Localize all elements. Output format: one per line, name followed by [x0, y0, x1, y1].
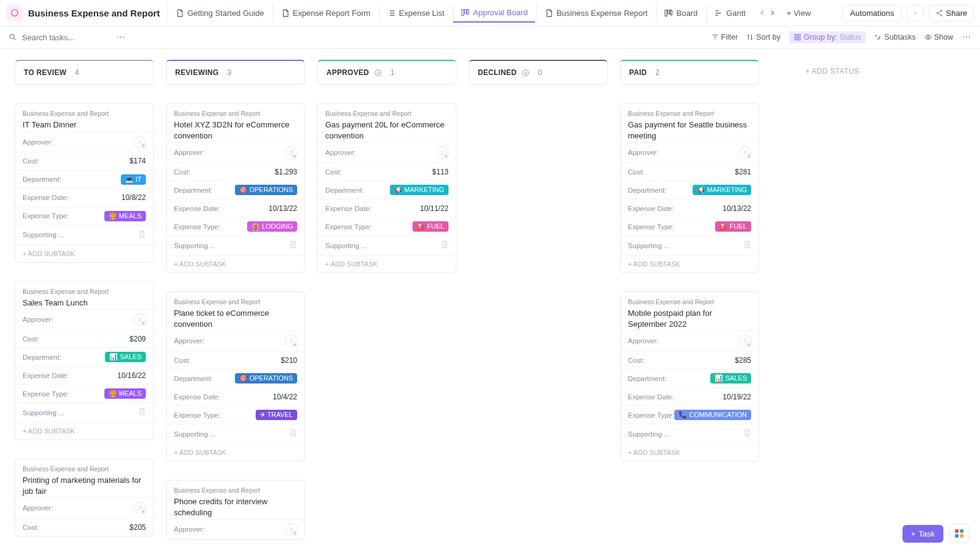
card-title: Plane ticket to eCommerce convention	[174, 308, 297, 329]
task-card[interactable]: Business Expense and ReportGas payment 2…	[317, 103, 456, 273]
tab-gantt[interactable]: Gantt	[706, 4, 753, 22]
tab-expense-report-form[interactable]: Expense Report Form	[273, 4, 378, 22]
approver-avatar[interactable]	[285, 146, 297, 159]
share-button[interactable]: Share	[929, 5, 974, 21]
svg-point-23	[139, 318, 141, 319]
add-subtask-button[interactable]: + ADD SUBTASK	[621, 443, 758, 461]
approver-avatar[interactable]	[739, 335, 751, 347]
card-breadcrumb: Business Expense and Report	[628, 298, 751, 305]
card-breadcrumb: Business Expense and Report	[23, 465, 146, 473]
subtasks-button[interactable]: Subtasks	[874, 33, 915, 41]
approver-avatar[interactable]	[285, 335, 297, 347]
column-reviewing: REVIEWING3Business Expense and ReportHot…	[166, 60, 305, 540]
attachment-icon[interactable]	[289, 428, 297, 440]
svg-rect-6	[671, 10, 672, 15]
svg-rect-3	[467, 10, 469, 15]
svg-point-25	[290, 151, 292, 152]
approver-avatar[interactable]	[436, 146, 449, 159]
tab-getting-started-guide[interactable]: Getting Started Guide	[167, 4, 272, 22]
card-title: Gas payment 20L for eCommerce convention	[325, 120, 449, 141]
more-icon[interactable]	[116, 32, 126, 42]
card-breadcrumb: Business Expense and Report	[174, 298, 297, 305]
attachment-icon[interactable]	[440, 240, 449, 251]
new-task-button[interactable]: +Task	[903, 525, 943, 543]
column-paid: PAID2Business Expense and ReportGas paym…	[620, 60, 759, 462]
column-header[interactable]: APPROVED1	[317, 60, 456, 85]
task-card[interactable]: Business Expense and ReportMobile postpa…	[620, 291, 759, 462]
svg-point-21	[969, 37, 970, 38]
task-card[interactable]: Business Expense and ReportSales Team Lu…	[15, 281, 154, 441]
task-card[interactable]: Business Expense and ReportPrinting of m…	[15, 458, 154, 537]
toolbar-more-icon[interactable]	[962, 32, 971, 42]
svg-point-13	[123, 37, 124, 38]
add-view-button[interactable]: +View	[782, 5, 816, 21]
attachment-icon[interactable]	[743, 428, 751, 440]
add-subtask-button[interactable]: + ADD SUBTASK	[621, 255, 758, 273]
svg-point-10	[10, 34, 14, 38]
add-subtask-button[interactable]: + ADD SUBTASK	[167, 255, 304, 273]
approver-avatar[interactable]	[285, 523, 297, 535]
svg-point-19	[963, 37, 964, 38]
column-header[interactable]: PAID2	[620, 60, 759, 85]
task-card[interactable]: Business Expense and ReportIT Team Dinne…	[15, 103, 154, 263]
fab-container: +Task	[903, 524, 969, 543]
top-header: Business Expense and Report Getting Star…	[0, 0, 980, 26]
add-status-button[interactable]: + ADD STATUS	[771, 60, 893, 83]
svg-point-28	[375, 70, 381, 76]
card-title: Printing of marketing materials for job …	[23, 475, 146, 496]
card-breadcrumb: Business Expense and Report	[174, 487, 297, 494]
group-by-button[interactable]: Group by: Status	[789, 31, 866, 43]
task-card[interactable]: Business Expense and ReportPlane ticket …	[166, 291, 305, 462]
svg-point-22	[139, 140, 141, 141]
search-box[interactable]	[9, 33, 107, 42]
attachment-icon[interactable]	[137, 229, 146, 241]
approver-avatar[interactable]	[134, 313, 146, 326]
task-card[interactable]: Business Expense and ReportHotel XYZ 3D2…	[166, 103, 305, 273]
automations-dropdown[interactable]	[907, 5, 924, 21]
apps-button[interactable]	[949, 524, 969, 543]
svg-point-8	[937, 12, 938, 13]
svg-point-24	[139, 506, 141, 508]
search-input[interactable]	[22, 33, 107, 42]
svg-rect-14	[794, 35, 797, 37]
card-title: Hotel XYZ 3D2N for eCommerce convention	[174, 120, 297, 141]
approver-avatar[interactable]	[134, 136, 146, 148]
task-card[interactable]: Business Expense and ReportGas payment f…	[620, 103, 759, 273]
svg-point-26	[290, 339, 292, 341]
show-button[interactable]: Show	[924, 33, 953, 41]
add-subtask-button[interactable]: + ADD SUBTASK	[15, 244, 153, 262]
svg-point-18	[927, 37, 929, 38]
tab-board[interactable]: Board	[656, 4, 705, 22]
column-header[interactable]: TO REVIEW4	[15, 60, 154, 85]
tab-business-expense-report[interactable]: Business Expense Report	[536, 4, 655, 22]
filter-button[interactable]: Filter	[712, 33, 738, 41]
sort-button[interactable]: Sort by	[746, 33, 780, 41]
automations-button[interactable]: Automations	[842, 5, 902, 21]
attachment-icon[interactable]	[289, 240, 297, 251]
add-subtask-button[interactable]: + ADD SUBTASK	[15, 422, 153, 440]
task-card[interactable]: Business Expense and ReportPhone credits…	[166, 480, 305, 540]
tab-expense-list[interactable]: Expense List	[379, 4, 452, 22]
svg-rect-5	[668, 10, 670, 13]
attachment-icon[interactable]	[743, 240, 751, 251]
svg-point-30	[522, 70, 528, 76]
tab-approval-board[interactable]: Approval Board	[453, 4, 535, 23]
card-title: Mobile postpaid plan for September 2022	[628, 308, 751, 329]
approver-avatar[interactable]	[739, 146, 751, 159]
tab-pager[interactable]	[754, 9, 780, 17]
svg-point-20	[966, 37, 967, 38]
svg-rect-1	[462, 10, 464, 16]
column-header[interactable]: DECLINED0	[469, 60, 608, 85]
approver-avatar[interactable]	[134, 502, 146, 514]
svg-point-11	[117, 37, 118, 38]
card-title: Sales Team Lunch	[23, 298, 146, 309]
card-breadcrumb: Business Expense and Report	[628, 110, 751, 117]
svg-point-27	[290, 527, 292, 529]
card-breadcrumb: Business Expense and Report	[23, 288, 146, 295]
column-header[interactable]: REVIEWING3	[166, 60, 305, 85]
workspace-logo	[6, 4, 23, 21]
add-subtask-button[interactable]: + ADD SUBTASK	[167, 443, 304, 461]
add-subtask-button[interactable]: + ADD SUBTASK	[318, 255, 456, 273]
attachment-icon[interactable]	[137, 407, 146, 418]
column-approved: APPROVED1Business Expense and ReportGas …	[317, 60, 456, 273]
